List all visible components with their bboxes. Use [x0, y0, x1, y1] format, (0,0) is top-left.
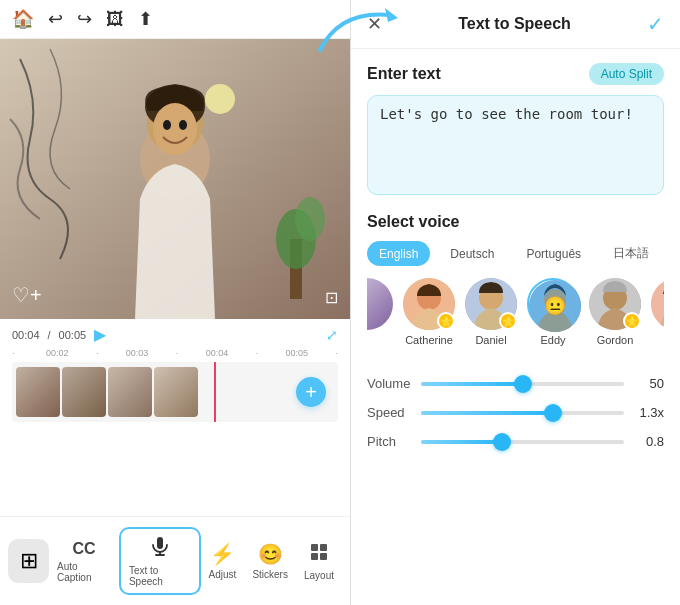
current-time: 00:04 — [12, 329, 40, 341]
pitch-label: Pitch — [367, 434, 411, 449]
speed-row: Speed 1.3x — [367, 405, 664, 420]
timeline-ruler: · 00:02 · 00:03 · 00:04 · 00:05 · — [12, 348, 338, 358]
redo-icon[interactable]: ↪ — [77, 8, 92, 30]
volume-row: Volume 50 — [367, 376, 664, 391]
gordon-name: Gordon — [597, 334, 634, 346]
heart-icon[interactable]: ♡+ — [12, 283, 42, 307]
eddy-name: Eddy — [540, 334, 565, 346]
enter-text-header: Enter text Auto Split — [367, 63, 664, 85]
pitch-track[interactable] — [421, 440, 624, 444]
select-voice-title: Select voice — [367, 213, 460, 231]
tts-label: Text to Speech — [129, 565, 191, 587]
voice-avatars-list: ⭐ Catherine ⭐ Dan — [367, 278, 664, 350]
text-input[interactable]: Let's go to see the room tour! — [367, 95, 664, 195]
thumb-1 — [16, 367, 60, 417]
thumb-4 — [154, 367, 198, 417]
speed-value: 1.3x — [634, 405, 664, 420]
capture-button[interactable]: ⊞ — [8, 539, 49, 583]
total-time: 00:05 — [59, 329, 87, 341]
time-separator: / — [48, 329, 51, 341]
gordon-avatar-circle: ⭐ — [589, 278, 641, 330]
play-button[interactable]: ▶ — [94, 325, 106, 344]
stickers-label: Stickers — [252, 569, 288, 580]
ruler-mark-4: 00:05 — [258, 348, 335, 358]
speed-track[interactable] — [421, 411, 624, 415]
text-to-speech-tool[interactable]: Text to Speech — [119, 527, 201, 595]
right-header: ✕ Text to Speech ✓ — [351, 0, 680, 49]
svg-point-6 — [163, 120, 171, 130]
daniel-name: Daniel — [475, 334, 506, 346]
volume-label: Volume — [367, 376, 411, 391]
layout-icon — [309, 542, 329, 567]
svg-rect-16 — [311, 553, 318, 560]
select-voice-section: Select voice English Deutsch Português 日… — [351, 213, 680, 368]
add-clip-button[interactable]: + — [296, 377, 326, 407]
playhead — [214, 362, 216, 422]
voice-ka[interactable]: Ka — [651, 278, 664, 346]
ruler-mark-3: 00:04 — [178, 348, 255, 358]
bottom-toolbar: ⊞ CC Auto Caption Text to Speech ⚡ Adjus… — [0, 516, 350, 605]
tab-english[interactable]: English — [367, 241, 430, 266]
layout-label: Layout — [304, 570, 334, 581]
partial-voice-item[interactable] — [367, 278, 393, 346]
confirm-button[interactable]: ✓ — [647, 12, 664, 36]
image-icon[interactable]: 🖼 — [106, 9, 124, 30]
catherine-badge: ⭐ — [437, 312, 455, 330]
capture-icon: ⊞ — [20, 548, 38, 574]
voice-language-tabs: English Deutsch Português 日本語 — [367, 241, 664, 266]
timeline-track — [12, 362, 338, 422]
layout-tool[interactable]: Layout — [296, 536, 342, 587]
ka-avatar-circle — [651, 278, 664, 330]
undo-icon[interactable]: ↩ — [48, 8, 63, 30]
ka-avatar-img — [651, 278, 664, 330]
daniel-badge: ⭐ — [499, 312, 517, 330]
voice-gordon[interactable]: ⭐ Gordon — [589, 278, 641, 346]
home-icon[interactable]: 🏠 — [12, 8, 34, 30]
ruler-mark-2: 00:03 — [98, 348, 175, 358]
sliders-section: Volume 50 Speed 1.3x Pitch 0.8 — [351, 368, 680, 479]
volume-track[interactable] — [421, 382, 624, 386]
speed-thumb[interactable] — [544, 404, 562, 422]
top-toolbar: 🏠 ↩ ↪ 🖼 ⬆ — [0, 0, 350, 39]
video-preview: ♡+ ⊡ — [0, 39, 350, 319]
tab-japanese[interactable]: 日本語 — [601, 241, 661, 266]
right-panel: ✕ Text to Speech ✓ Enter text Auto Split… — [350, 0, 680, 605]
gordon-badge: ⭐ — [623, 312, 641, 330]
stickers-icon: 😊 — [258, 542, 283, 566]
svg-rect-14 — [311, 544, 318, 551]
upload-icon[interactable]: ⬆ — [138, 8, 153, 30]
svg-point-1 — [205, 84, 235, 114]
catherine-avatar-circle: ⭐ — [403, 278, 455, 330]
enter-text-section: Enter text Auto Split Let's go to see th… — [351, 49, 680, 213]
pitch-row: Pitch 0.8 — [367, 434, 664, 449]
timeline-expand-icon[interactable]: ⤢ — [326, 327, 338, 343]
tab-deutsch[interactable]: Deutsch — [438, 241, 506, 266]
tab-portugues[interactable]: Português — [514, 241, 593, 266]
speed-label: Speed — [367, 405, 411, 420]
auto-caption-label: Auto Caption — [57, 561, 111, 583]
tts-icon — [149, 535, 171, 562]
expand-icon[interactable]: ⊡ — [325, 288, 338, 307]
pitch-value: 0.8 — [634, 434, 664, 449]
voice-catherine[interactable]: ⭐ Catherine — [403, 278, 455, 346]
timeline-section: 00:04 / 00:05 ▶ ⤢ · 00:02 · 00:03 · 00:0… — [0, 319, 350, 430]
voice-eddy[interactable]: 😐 Eddy — [527, 278, 579, 346]
auto-split-button[interactable]: Auto Split — [589, 63, 664, 85]
stickers-tool[interactable]: 😊 Stickers — [244, 536, 296, 586]
panel-title: Text to Speech — [458, 15, 571, 33]
svg-point-7 — [179, 120, 187, 130]
volume-value: 50 — [634, 376, 664, 391]
adjust-tool[interactable]: ⚡ Adjust — [201, 536, 245, 586]
auto-caption-tool[interactable]: CC Auto Caption — [49, 534, 119, 589]
voice-daniel[interactable]: ⭐ Daniel — [465, 278, 517, 346]
left-panel: 🏠 ↩ ↪ 🖼 ⬆ — [0, 0, 350, 605]
svg-point-5 — [153, 103, 197, 155]
close-button[interactable]: ✕ — [367, 13, 382, 35]
enter-text-title: Enter text — [367, 65, 441, 83]
svg-point-10 — [295, 197, 325, 241]
svg-rect-11 — [157, 537, 163, 549]
pitch-fill — [421, 440, 502, 444]
volume-thumb[interactable] — [514, 375, 532, 393]
pitch-thumb[interactable] — [493, 433, 511, 451]
catherine-name: Catherine — [405, 334, 453, 346]
